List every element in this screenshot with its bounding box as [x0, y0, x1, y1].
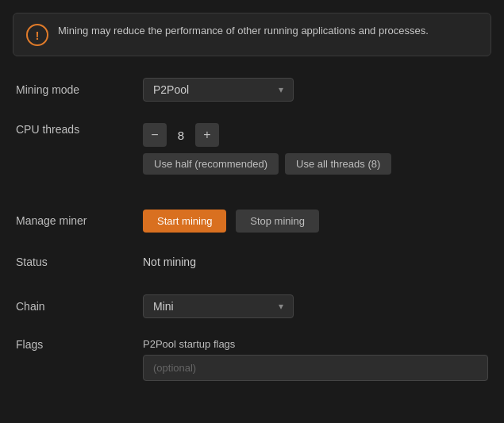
cpu-threads-label: CPU threads: [16, 123, 143, 136]
threads-preset-buttons: Use half (recommended) Use all threads (…: [143, 153, 391, 175]
manage-miner-label: Manage miner: [16, 214, 143, 227]
threads-decrement-button[interactable]: −: [143, 123, 167, 147]
mining-mode-dropdown[interactable]: P2Pool ▾: [143, 78, 294, 102]
threads-stepper: − 8 +: [143, 123, 391, 147]
mining-mode-control: P2Pool ▾: [143, 78, 294, 102]
cpu-threads-row: CPU threads − 8 + Use half (recommended)…: [16, 120, 488, 175]
chain-label: Chain: [16, 300, 143, 313]
section-divider: [16, 190, 488, 206]
status-value: Not mining: [143, 256, 196, 268]
use-all-button[interactable]: Use all threads (8): [285, 153, 391, 175]
flags-row: Flags P2Pool startup flags: [16, 336, 488, 381]
warning-text: Mining may reduce the performance of oth…: [58, 23, 429, 39]
mining-mode-row: Mining mode P2Pool ▾: [16, 75, 488, 104]
warning-icon: !: [26, 24, 48, 46]
chain-row: Chain Mini ▾: [16, 292, 488, 321]
start-mining-button[interactable]: Start mining: [143, 210, 226, 233]
miner-buttons: Start mining Stop mining: [143, 210, 319, 233]
warning-banner: ! Mining may reduce the performance of o…: [13, 13, 491, 56]
threads-value: 8: [173, 129, 189, 142]
flags-input[interactable]: [143, 355, 488, 381]
flags-label: Flags: [16, 338, 143, 351]
chain-dropdown[interactable]: Mini ▾: [143, 294, 294, 318]
mining-mode-label: Mining mode: [16, 83, 143, 96]
status-row: Status Not mining: [16, 248, 488, 276]
threads-increment-button[interactable]: +: [195, 123, 219, 147]
manage-miner-row: Manage miner Start mining Stop mining: [16, 206, 488, 235]
mining-mode-value: P2Pool: [153, 83, 189, 96]
chevron-down-icon: ▾: [279, 84, 283, 95]
status-label: Status: [16, 256, 143, 268]
chain-value: Mini: [153, 300, 174, 313]
use-half-button[interactable]: Use half (recommended): [143, 153, 279, 175]
flags-sublabel: P2Pool startup flags: [143, 338, 488, 350]
flags-control: P2Pool startup flags: [143, 338, 488, 381]
form-section: Mining mode P2Pool ▾ CPU threads − 8 + U…: [13, 75, 491, 381]
chain-chevron-down-icon: ▾: [279, 301, 283, 312]
cpu-threads-control: − 8 + Use half (recommended) Use all thr…: [143, 123, 391, 175]
stop-mining-button[interactable]: Stop mining: [236, 210, 319, 233]
